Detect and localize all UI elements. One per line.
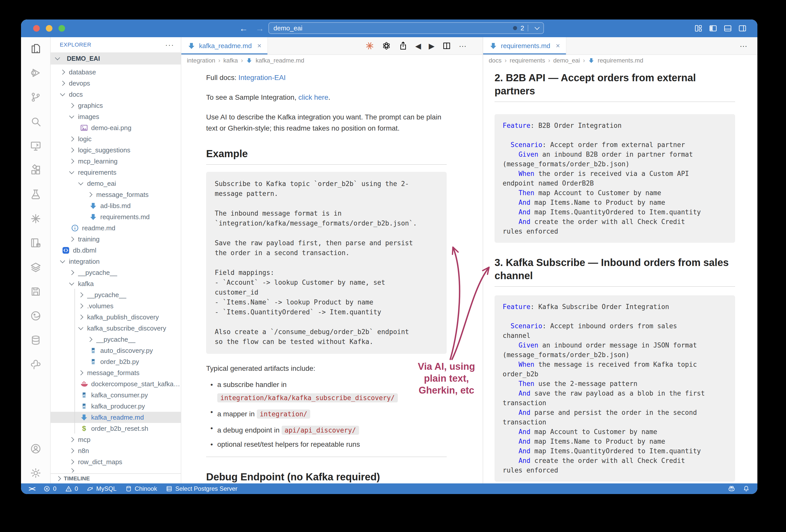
- tree-item[interactable]: $order_b2b_reset.sh: [51, 423, 181, 434]
- claude-code-icon[interactable]: [365, 41, 374, 50]
- mysql-status-item[interactable]: MySQL: [87, 485, 116, 492]
- tree-item[interactable]: row_dict_maps: [51, 456, 181, 467]
- nav-back-icon[interactable]: ←: [239, 24, 248, 33]
- breadcrumb-item[interactable]: kafka_readme.md: [255, 57, 304, 64]
- tree-item[interactable]: docs: [51, 89, 181, 100]
- run-debug-icon[interactable]: [30, 67, 42, 79]
- tree-item[interactable]: training: [51, 234, 181, 245]
- bell-status-item[interactable]: [743, 485, 750, 492]
- remote-explorer-icon[interactable]: [30, 140, 42, 152]
- tree-item[interactable]: mcp_learning: [51, 156, 181, 167]
- tab-requirements[interactable]: requirements.md ×: [483, 37, 567, 54]
- breadcrumb-item[interactable]: kafka: [223, 57, 238, 64]
- save-icon[interactable]: [30, 286, 42, 297]
- tree-item[interactable]: message_formats: [51, 367, 181, 378]
- close-window-button[interactable]: [33, 25, 40, 32]
- extensions-icon[interactable]: [30, 164, 42, 176]
- tree-item[interactable]: .volumes: [51, 300, 181, 312]
- close-tab-icon[interactable]: ×: [257, 42, 261, 50]
- command-center-search[interactable]: demo_eai 2: [269, 22, 544, 34]
- db-cylinder-status-item[interactable]: Chinook: [125, 485, 157, 492]
- tree-item[interactable]: __pycache__: [51, 267, 181, 278]
- toggle-panel-icon[interactable]: [723, 24, 732, 33]
- tree-item[interactable]: kafka_consumer.py: [51, 389, 181, 401]
- claude-icon[interactable]: [30, 213, 42, 224]
- tree-item[interactable]: kafka_publish_discovery: [51, 312, 181, 323]
- tree-item[interactable]: kafka: [51, 278, 181, 289]
- pieces-icon[interactable]: [30, 310, 42, 322]
- tree-item[interactable]: db.dbml: [51, 245, 181, 256]
- breadcrumb-item[interactable]: docs: [489, 57, 502, 64]
- nav-forward-icon[interactable]: →: [255, 24, 264, 33]
- search-icon[interactable]: [30, 116, 42, 127]
- share-icon[interactable]: [398, 41, 408, 50]
- minimize-window-button[interactable]: [46, 25, 52, 32]
- tree-item[interactable]: [51, 467, 181, 473]
- explorer-icon[interactable]: [30, 43, 42, 54]
- tree-item[interactable]: requirements: [51, 167, 181, 178]
- tree-item[interactable]: images: [51, 111, 181, 122]
- breadcrumb-item[interactable]: integration: [187, 57, 215, 64]
- close-tab-icon[interactable]: ×: [556, 42, 560, 50]
- openai-icon[interactable]: [382, 41, 391, 50]
- tree-item[interactable]: demo_eai: [51, 178, 181, 189]
- tree-item[interactable]: message_formats: [51, 189, 181, 200]
- test-beaker-icon[interactable]: [30, 189, 42, 200]
- tree-item[interactable]: database: [51, 67, 181, 78]
- remote-indicator-status-item[interactable]: ><: [29, 485, 35, 493]
- zoom-window-button[interactable]: [59, 25, 65, 32]
- tree-item[interactable]: auto_discovery.py: [51, 345, 181, 356]
- chevron-down-icon[interactable]: [535, 25, 540, 30]
- breadcrumb-item[interactable]: requirements: [510, 57, 545, 64]
- copilot-status-item[interactable]: [728, 485, 735, 492]
- md-link[interactable]: click here: [298, 93, 328, 101]
- tree-item[interactable]: graphics: [51, 100, 181, 111]
- settings-gear-icon[interactable]: [30, 467, 42, 479]
- nav-forward-icon[interactable]: ▶: [429, 42, 435, 50]
- tree-item[interactable]: kafka_subscribe_discovery: [51, 323, 181, 334]
- tree-item[interactable]: ad-libs.md: [51, 200, 181, 211]
- tree-item[interactable]: integration: [51, 256, 181, 267]
- split-editor-icon[interactable]: [442, 41, 451, 50]
- tree-item[interactable]: logic: [51, 134, 181, 145]
- tree-item[interactable]: __pycache__: [51, 334, 181, 345]
- breadcrumb[interactable]: integration›kafka›kafka_readme.md: [181, 55, 483, 66]
- warnings-status-item[interactable]: 0: [65, 485, 78, 492]
- tree-item[interactable]: n8n: [51, 445, 181, 456]
- tree-item[interactable]: kafka_producer.py: [51, 401, 181, 412]
- database-icon[interactable]: [30, 334, 42, 346]
- tree-item[interactable]: demo-eai.png: [51, 122, 181, 134]
- notebook-db-icon[interactable]: [30, 237, 42, 249]
- source-control-icon[interactable]: [30, 91, 42, 103]
- python-icon[interactable]: [30, 359, 42, 370]
- customize-layout-icon[interactable]: [694, 24, 703, 33]
- account-icon[interactable]: [30, 443, 42, 455]
- tree-item[interactable]: order_b2b.py: [51, 356, 181, 367]
- tree-item[interactable]: readme.md: [51, 222, 181, 234]
- timeline-label: TIMELINE: [64, 475, 90, 482]
- tree-item[interactable]: kafka_readme.md: [51, 412, 181, 423]
- layers-icon[interactable]: [30, 262, 42, 273]
- tree-item[interactable]: requirements.md: [51, 211, 181, 222]
- breadcrumb-item[interactable]: requirements.md: [598, 57, 643, 64]
- md-link[interactable]: Integration-EAI: [238, 74, 286, 81]
- tree-item[interactable]: dockercompose_start_kafka....: [51, 378, 181, 389]
- toggle-secondary-sidebar-icon[interactable]: [738, 24, 747, 33]
- section-heading: 2. B2B API — Accept orders from external…: [494, 71, 738, 97]
- more-actions-icon[interactable]: ···: [165, 44, 174, 46]
- server-status-item[interactable]: Select Postgres Server: [166, 485, 237, 492]
- tree-root-demo-eai[interactable]: DEMO_EAI: [51, 52, 181, 65]
- breadcrumb[interactable]: docs›requirements›demo_eai›requirements.…: [483, 55, 757, 66]
- tree-item[interactable]: __pycache__: [51, 289, 181, 300]
- breadcrumb-item[interactable]: demo_eai: [553, 57, 580, 64]
- tab-kafka-readme[interactable]: kafka_readme.md ×: [181, 37, 268, 54]
- errors-status-item[interactable]: 0: [43, 485, 56, 492]
- toggle-primary-sidebar-icon[interactable]: [709, 24, 717, 33]
- tree-item[interactable]: logic_suggestions: [51, 145, 181, 156]
- tree-item[interactable]: devops: [51, 78, 181, 89]
- nav-back-icon[interactable]: ◀: [415, 42, 421, 50]
- more-actions-icon[interactable]: ···: [740, 42, 747, 50]
- tree-item[interactable]: mcp: [51, 434, 181, 445]
- more-actions-icon[interactable]: ···: [459, 42, 466, 50]
- timeline-section[interactable]: TIMELINE: [51, 473, 181, 483]
